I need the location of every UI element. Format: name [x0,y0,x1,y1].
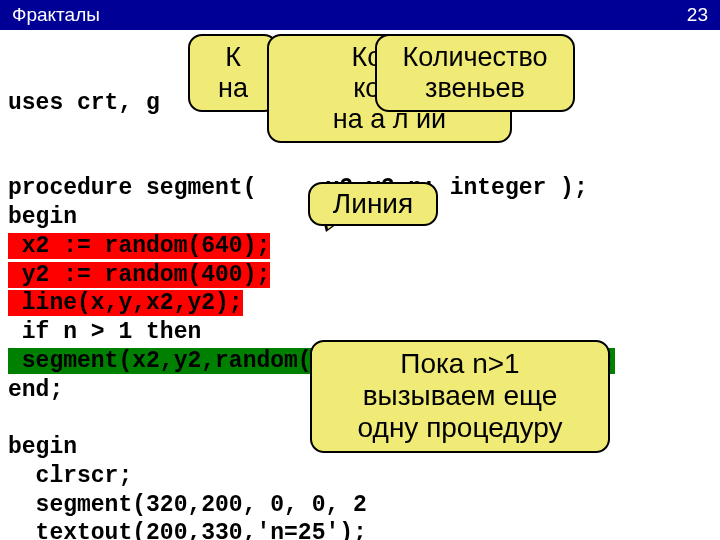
callout-text: К [225,42,241,72]
callout-line: Линия [308,182,438,226]
callout-text: Линия [333,188,413,219]
code-line-hl: x2 := random(640); [8,233,270,259]
slide-number: 23 [687,4,708,26]
code-line: end; [8,377,63,403]
callout-text: Пока n>1 [400,348,519,379]
code-line: textout(200,330,'n=25'); [8,520,367,540]
slide-title: Фракталы [12,4,100,26]
callout-text: на [218,73,248,103]
title-bar: Фракталы 23 [0,0,720,30]
callout-text: звеньев [425,73,525,103]
code-line: clrscr; [8,463,132,489]
code-line: procedure segment( ,x2,y2,n: integer ); [8,175,588,201]
callout-coords-start-partial: К на [188,34,278,112]
code-line-hl: y2 := random(400); [8,262,270,288]
callout-link-count: Количество звеньев [375,34,575,112]
callout-text: Количество [403,42,548,72]
code-line: uses crt, g [8,90,160,116]
code-line: segment(320,200, 0, 0, 2 [8,492,367,518]
code-line: if n > 1 then [8,319,201,345]
callout-text: вызываем еще [363,380,558,411]
code-line: begin [8,434,77,460]
callout-text: одну процедуру [358,412,563,443]
code-line: begin [8,204,77,230]
callout-recursion: Пока n>1 вызываем еще одну процедуру [310,340,610,453]
code-line-hl: line(x,y,x2,y2); [8,290,243,316]
